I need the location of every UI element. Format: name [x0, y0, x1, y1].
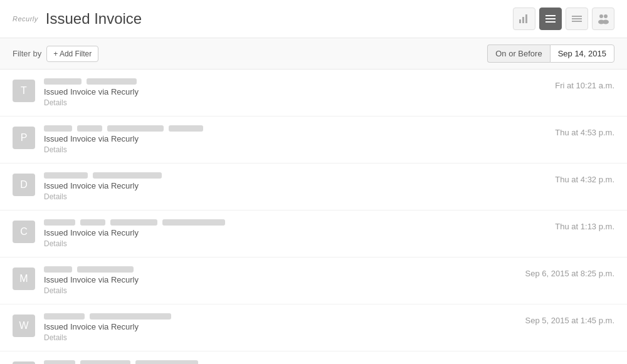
name-redacted-bar — [44, 219, 614, 226]
on-or-before-label: On or Before — [487, 44, 549, 63]
redacted-name-block — [169, 125, 203, 132]
invoice-item: MIssued Invoice via RecurlyDetailsSep 6,… — [0, 257, 627, 304]
redacted-name-block — [135, 360, 198, 364]
redacted-name-block — [44, 266, 72, 273]
invoice-item: TIssued Invoice via RecurlyDetailsSep 5,… — [0, 351, 627, 364]
invoice-timestamp: Fri at 10:21 a.m. — [555, 81, 614, 90]
redacted-name-block — [77, 125, 102, 132]
filter-left: Filter by + Add Filter — [13, 46, 98, 62]
avatar: D — [13, 174, 35, 196]
redacted-name-block — [80, 219, 105, 226]
list-icon — [545, 13, 556, 24]
invoice-list: TIssued Invoice via RecurlyDetailsFri at… — [0, 70, 627, 364]
add-filter-button[interactable]: + Add Filter — [46, 46, 98, 62]
redacted-name-block — [80, 360, 130, 364]
invoice-timestamp: Sep 5, 2015 at 1:45 p.m. — [525, 316, 614, 325]
bar-chart-icon — [519, 13, 530, 24]
invoice-action-text: Issued Invoice via Recurly — [44, 228, 614, 237]
svg-point-10 — [604, 14, 608, 18]
avatar: W — [13, 315, 35, 337]
invoice-details-link[interactable]: Details — [44, 145, 614, 154]
invoice-details-link[interactable]: Details — [44, 286, 614, 295]
filter-right: On or Before Sep 14, 2015 — [487, 44, 614, 63]
list-view-button[interactable] — [539, 8, 562, 30]
invoice-action-text: Issued Invoice via Recurly — [44, 181, 614, 190]
invoice-item: CIssued Invoice via RecurlyDetailsThu at… — [0, 211, 627, 257]
svg-rect-1 — [522, 17, 524, 23]
redacted-name-block — [77, 266, 134, 273]
avatar: C — [13, 221, 35, 243]
avatar: P — [13, 127, 35, 149]
invoice-item: DIssued Invoice via RecurlyDetailsThu at… — [0, 164, 627, 211]
invoice-details-link[interactable]: Details — [44, 98, 614, 107]
svg-rect-5 — [545, 21, 556, 23]
svg-rect-8 — [572, 21, 582, 22]
invoice-content: Issued Invoice via RecurlyDetails — [44, 125, 614, 154]
redacted-name-block — [110, 219, 157, 226]
page-title: Issued Invoice — [46, 10, 142, 28]
svg-rect-3 — [545, 15, 556, 16]
invoice-content: Issued Invoice via RecurlyDetails — [44, 78, 614, 107]
invoice-action-text: Issued Invoice via Recurly — [44, 87, 614, 96]
invoice-item: TIssued Invoice via RecurlyDetailsFri at… — [0, 70, 627, 117]
invoice-content: Issued Invoice via RecurlyDetails — [44, 219, 614, 248]
redacted-name-block — [44, 78, 82, 85]
redacted-name-block — [44, 360, 75, 364]
avatar: T — [13, 361, 35, 364]
redacted-name-block — [87, 78, 137, 85]
page-header: Recurly Issued Invoice — [0, 0, 627, 38]
invoice-timestamp: Thu at 4:53 p.m. — [555, 128, 614, 137]
invoice-item: WIssued Invoice via RecurlyDetailsSep 5,… — [0, 304, 627, 351]
invoice-item: PIssued Invoice via RecurlyDetailsThu at… — [0, 117, 627, 164]
header-icons — [513, 8, 614, 30]
svg-point-9 — [599, 14, 603, 18]
redacted-name-block — [44, 125, 72, 132]
filter-by-label: Filter by — [13, 49, 41, 58]
people-icon — [597, 13, 609, 24]
recurly-logo: Recurly — [13, 15, 38, 23]
svg-rect-7 — [572, 18, 582, 19]
invoice-details-link[interactable]: Details — [44, 192, 614, 201]
chart-view-button[interactable] — [513, 8, 535, 30]
avatar: M — [13, 268, 35, 290]
name-redacted-bar — [44, 172, 614, 179]
invoice-details-link[interactable]: Details — [44, 333, 614, 342]
svg-rect-0 — [519, 19, 521, 23]
redacted-name-block — [107, 125, 164, 132]
date-picker-button[interactable]: Sep 14, 2015 — [550, 44, 614, 63]
header-left: Recurly Issued Invoice — [13, 10, 142, 28]
invoice-action-text: Issued Invoice via Recurly — [44, 134, 614, 143]
svg-point-12 — [603, 20, 609, 24]
lines-icon — [571, 13, 582, 24]
invoice-content: Issued Invoice via RecurlyDetails — [44, 172, 614, 201]
svg-rect-6 — [572, 16, 582, 17]
invoice-timestamp: Thu at 1:13 p.m. — [555, 222, 614, 231]
filter-bar: Filter by + Add Filter On or Before Sep … — [0, 38, 627, 70]
invoice-details-link[interactable]: Details — [44, 239, 614, 248]
redacted-name-block — [93, 172, 162, 179]
svg-rect-4 — [545, 18, 556, 19]
redacted-name-block — [90, 313, 171, 320]
name-redacted-bar — [44, 78, 614, 85]
invoice-timestamp: Sep 6, 2015 at 8:25 p.m. — [525, 269, 614, 278]
svg-rect-2 — [525, 14, 527, 23]
redacted-name-block — [162, 219, 225, 226]
redacted-name-block — [44, 313, 85, 320]
name-redacted-bar — [44, 125, 614, 132]
people-view-button[interactable] — [592, 8, 614, 30]
redacted-name-block — [44, 219, 75, 226]
redacted-name-block — [44, 172, 88, 179]
detail-view-button[interactable] — [566, 8, 588, 30]
avatar: T — [13, 80, 35, 102]
invoice-timestamp: Thu at 4:32 p.m. — [555, 175, 614, 184]
